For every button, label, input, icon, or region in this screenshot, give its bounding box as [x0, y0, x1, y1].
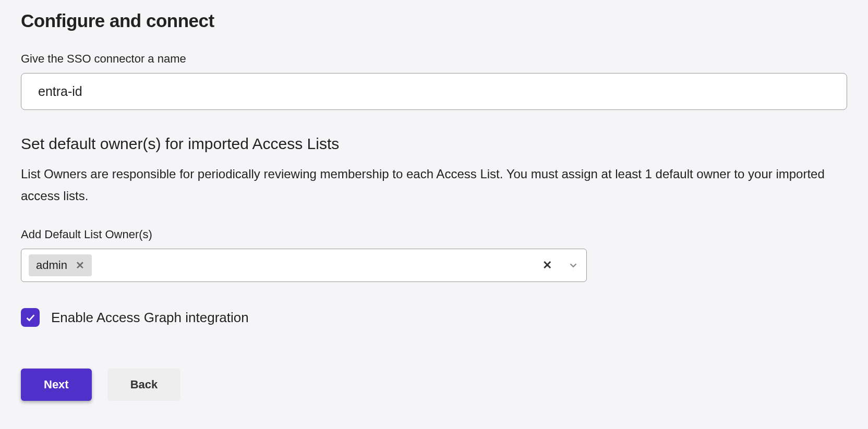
enable-access-graph-checkbox[interactable] [21, 308, 40, 327]
close-icon[interactable]: ✕ [76, 260, 85, 271]
connector-name-label: Give the SSO connector a name [21, 52, 847, 66]
owners-multiselect[interactable]: admin ✕ ✕ [21, 249, 587, 282]
next-button[interactable]: Next [21, 369, 92, 401]
connector-name-input[interactable] [21, 73, 847, 110]
back-button[interactable]: Back [107, 369, 181, 401]
enable-access-graph-label: Enable Access Graph integration [51, 310, 249, 326]
page-title: Configure and connect [21, 10, 847, 31]
owner-tag-label: admin [36, 259, 67, 272]
owners-description: List Owners are responsible for periodic… [21, 163, 829, 207]
clear-icon[interactable]: ✕ [542, 259, 552, 272]
chevron-down-icon[interactable] [568, 260, 579, 271]
owner-tag: admin ✕ [29, 254, 92, 276]
owners-heading: Set default owner(s) for imported Access… [21, 135, 847, 153]
owners-label: Add Default List Owner(s) [21, 228, 847, 241]
